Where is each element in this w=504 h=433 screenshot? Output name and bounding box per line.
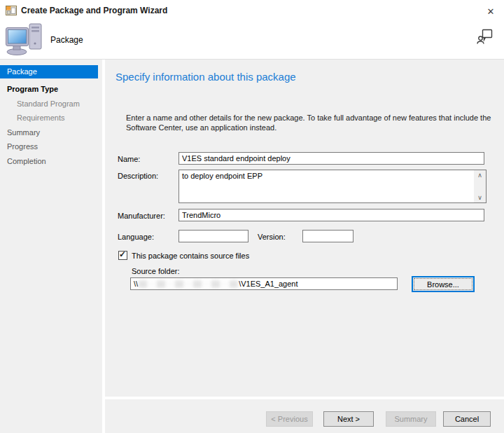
summary-button: Summary <box>386 411 436 427</box>
sidebar-item-standard-program: Standard Program <box>17 98 80 109</box>
sidebar-item-completion: Completion <box>7 156 46 167</box>
description-scrollbar[interactable]: ∧ ∨ <box>474 170 486 202</box>
wizard-page-label: Package <box>50 35 83 45</box>
sidebar-item-summary: Summary <box>7 127 40 138</box>
source-path-redacted <box>139 280 238 288</box>
sidebar-item-progress: Progress <box>7 141 38 152</box>
cancel-button[interactable]: Cancel <box>443 411 491 427</box>
next-button[interactable]: Next > <box>323 411 374 427</box>
scroll-up-icon[interactable]: ∧ <box>474 170 486 180</box>
source-files-checkbox[interactable]: ✓ <box>118 251 127 260</box>
intro-text: Enter a name and other details for the n… <box>126 113 491 132</box>
browse-button[interactable]: Browse... <box>412 276 475 292</box>
source-path-suffix: \V1ES_A1_agent <box>239 280 298 288</box>
footer-bar: < Previous Next > Summary Cancel <box>105 399 504 433</box>
scroll-down-icon[interactable]: ∨ <box>474 193 486 202</box>
wizard-step-list: Package Program Type Standard Program Re… <box>0 60 102 433</box>
manufacturer-label: Manufacturer: <box>118 211 165 221</box>
previous-button: < Previous <box>266 411 313 427</box>
name-label: Name: <box>118 154 140 164</box>
package-computer-icon <box>6 22 46 56</box>
create-package-wizard-window: Create Package and Program Wizard ✕ <box>0 0 504 433</box>
wizard-header: Package <box>0 21 504 59</box>
version-field[interactable] <box>302 230 354 242</box>
close-icon[interactable]: ✕ <box>483 4 498 18</box>
sidebar-item-package: Package <box>0 65 98 78</box>
version-label: Version: <box>258 232 286 242</box>
language-label: Language: <box>118 232 154 242</box>
source-path-prefix: \\ <box>134 280 138 288</box>
window-title: Create Package and Program Wizard <box>21 6 167 15</box>
feedback-icon[interactable] <box>476 28 494 46</box>
checkmark-icon: ✓ <box>119 249 126 259</box>
sidebar-item-program-type: Program Type <box>7 83 58 95</box>
language-field[interactable] <box>178 230 248 242</box>
wizard-app-icon <box>6 5 17 16</box>
page-title: Specify information about this package <box>115 71 296 83</box>
sidebar-item-requirements: Requirements <box>17 112 64 123</box>
title-bar: Create Package and Program Wizard ✕ <box>0 0 504 21</box>
description-field-wrap: to deploy endpoint EPP ∧ ∨ <box>178 170 486 203</box>
description-label: Description: <box>118 171 158 181</box>
source-folder-label: Source folder: <box>132 266 179 276</box>
main-panel: Specify information about this package E… <box>105 60 504 397</box>
source-files-checkbox-label[interactable]: This package contains source files <box>132 251 249 261</box>
source-folder-field[interactable]: \\\V1ES_A1_agent <box>130 277 398 290</box>
name-field[interactable] <box>178 152 484 165</box>
description-field[interactable]: to deploy endpoint EPP <box>179 170 474 202</box>
manufacturer-field[interactable] <box>178 209 484 221</box>
